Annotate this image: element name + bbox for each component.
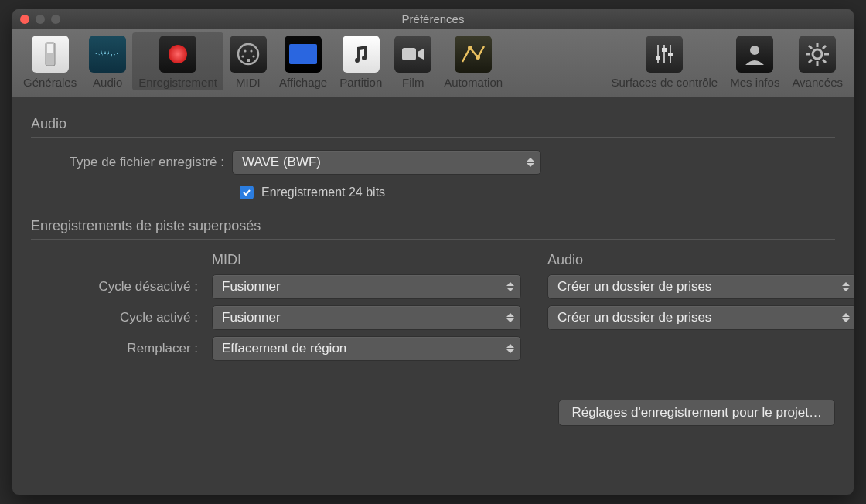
replace-midi-dropdown[interactable]: Effacement de région <box>212 336 521 361</box>
divider <box>31 137 835 138</box>
waveform-icon <box>89 36 126 73</box>
svg-rect-1 <box>47 44 53 53</box>
faders-icon <box>646 36 683 73</box>
tab-recording[interactable]: Enregistrement <box>132 32 223 90</box>
cycle-on-midi-value: Fusionner <box>222 310 281 325</box>
svg-point-10 <box>476 55 480 60</box>
tab-advanced-label: Avancées <box>792 76 843 89</box>
record-icon <box>159 36 196 73</box>
tab-score[interactable]: Partition <box>333 32 388 90</box>
camera-icon <box>394 36 431 73</box>
cycle-off-label: Cycle désactivé : <box>31 279 201 295</box>
tab-advanced[interactable]: Avancées <box>786 32 849 90</box>
tab-my-info-label: Mes infos <box>730 76 779 89</box>
svg-line-23 <box>809 46 812 49</box>
svg-rect-15 <box>662 48 667 52</box>
svg-line-26 <box>809 60 812 63</box>
tab-score-label: Partition <box>339 76 382 89</box>
audio-column-header: Audio <box>547 252 854 268</box>
tab-control-surfaces-label: Surfaces de contrôle <box>612 76 718 89</box>
cycle-off-midi-value: Fusionner <box>222 279 281 295</box>
svg-point-17 <box>750 46 759 55</box>
tab-control-surfaces[interactable]: Surfaces de contrôle <box>605 32 725 90</box>
chevron-up-down-icon <box>506 282 514 291</box>
svg-rect-16 <box>668 53 673 56</box>
tab-recording-label: Enregistrement <box>138 76 217 89</box>
divider <box>31 239 835 240</box>
tab-audio-label: Audio <box>93 76 122 89</box>
checkmark-icon <box>242 188 251 197</box>
svg-line-25 <box>823 46 826 49</box>
project-recording-settings-button[interactable]: Réglages d'enregistrement pour le projet… <box>558 400 835 426</box>
replace-midi-value: Effacement de région <box>222 341 346 356</box>
tab-midi-label: MIDI <box>236 76 261 89</box>
chevron-up-down-icon <box>842 313 850 322</box>
gear-icon <box>799 36 836 73</box>
tab-film-label: Film <box>402 76 424 89</box>
tab-general[interactable]: Générales <box>17 32 83 90</box>
audio-section-title: Audio <box>31 116 835 132</box>
svg-rect-12 <box>663 45 665 63</box>
cycle-on-label: Cycle activé : <box>31 310 201 325</box>
tab-display-label: Affichage <box>279 76 327 89</box>
svg-point-9 <box>468 46 472 50</box>
file-type-value: WAVE (BWF) <box>242 155 321 170</box>
svg-point-3 <box>241 55 244 57</box>
tab-my-info[interactable]: Mes infos <box>724 32 786 90</box>
music-notes-icon <box>343 36 380 73</box>
cycle-on-midi-dropdown[interactable]: Fusionner <box>212 305 521 330</box>
project-recording-settings-label: Réglages d'enregistrement pour le projet… <box>571 405 822 420</box>
24bit-recording-label: Enregistrement 24 bits <box>261 186 385 199</box>
recording-pane: Audio Type de fichier enregistré : WAVE … <box>12 97 854 438</box>
preferences-window: Préférences Générales Audio Enregistreme… <box>12 9 854 495</box>
tab-film[interactable]: Film <box>388 32 438 90</box>
tab-automation[interactable]: Automation <box>438 32 509 90</box>
cycle-off-audio-value: Créer un dossier de prises <box>557 279 711 295</box>
person-icon <box>736 36 773 73</box>
tab-automation-label: Automation <box>444 76 503 89</box>
svg-rect-11 <box>657 45 659 63</box>
svg-point-4 <box>244 49 246 52</box>
monitor-icon <box>285 36 322 73</box>
replace-label: Remplacer : <box>31 341 201 356</box>
midi-connector-icon <box>230 36 267 73</box>
switch-icon <box>32 36 69 73</box>
midi-column-header: MIDI <box>212 252 537 268</box>
window-title: Préférences <box>12 12 854 26</box>
svg-point-18 <box>813 49 822 59</box>
chevron-up-down-icon <box>506 344 514 353</box>
preferences-toolbar: Générales Audio Enregistrement MIDI Affi… <box>12 29 854 97</box>
titlebar: Préférences <box>12 9 854 29</box>
cycle-off-audio-dropdown[interactable]: Créer un dossier de prises <box>547 274 854 299</box>
cycle-on-audio-value: Créer un dossier de prises <box>557 310 711 325</box>
svg-rect-14 <box>656 56 660 60</box>
svg-point-6 <box>252 55 254 57</box>
cycle-on-audio-dropdown[interactable]: Créer un dossier de prises <box>547 305 854 330</box>
tab-audio[interactable]: Audio <box>83 32 132 90</box>
chevron-up-down-icon <box>506 313 514 322</box>
svg-rect-8 <box>402 48 416 60</box>
file-type-dropdown[interactable]: WAVE (BWF) <box>232 150 541 175</box>
svg-point-5 <box>250 49 252 52</box>
overlap-section-title: Enregistrements de piste superposés <box>31 218 835 234</box>
24bit-recording-checkbox[interactable] <box>240 186 254 199</box>
file-type-label: Type de fichier enregistré : <box>31 155 232 170</box>
tab-midi[interactable]: MIDI <box>223 32 273 90</box>
svg-line-24 <box>823 60 826 63</box>
chevron-up-down-icon <box>527 158 534 167</box>
automation-curve-icon <box>455 36 492 73</box>
cycle-off-midi-dropdown[interactable]: Fusionner <box>212 274 521 299</box>
tab-display[interactable]: Affichage <box>273 32 333 90</box>
svg-rect-7 <box>247 59 250 62</box>
chevron-up-down-icon <box>842 282 850 291</box>
tab-general-label: Générales <box>23 76 77 89</box>
